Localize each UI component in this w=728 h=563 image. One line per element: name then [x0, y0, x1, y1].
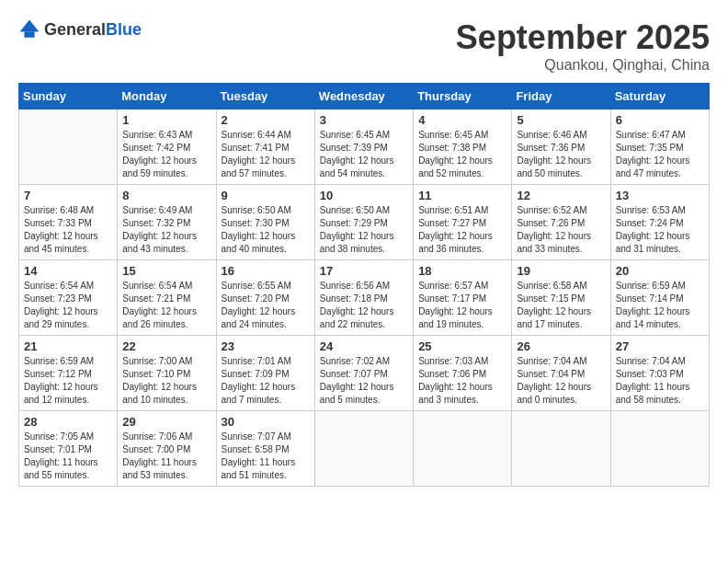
logo: GeneralBlue: [18, 18, 142, 40]
calendar-cell: 6Sunrise: 6:47 AM Sunset: 7:35 PM Daylig…: [610, 109, 709, 185]
day-number: 24: [320, 339, 408, 353]
calendar-cell: [314, 411, 413, 487]
day-number: 9: [222, 189, 310, 202]
calendar-cell: 18Sunrise: 6:57 AM Sunset: 7:17 PM Dayli…: [414, 260, 512, 336]
calendar-cell: 21Sunrise: 6:59 AM Sunset: 7:12 PM Dayli…: [19, 336, 118, 411]
day-number: 21: [24, 339, 112, 353]
day-info: Sunrise: 6:50 AM Sunset: 7:30 PM Dayligh…: [222, 204, 310, 256]
day-number: 12: [517, 189, 605, 202]
weekday-header-row: SundayMondayTuesdayWednesdayThursdayFrid…: [19, 84, 710, 109]
day-info: Sunrise: 7:00 AM Sunset: 7:10 PM Dayligh…: [122, 355, 210, 407]
day-info: Sunrise: 7:04 AM Sunset: 7:03 PM Dayligh…: [616, 355, 704, 407]
weekday-header-thursday: Thursday: [414, 84, 512, 109]
calendar-cell: 2Sunrise: 6:44 AM Sunset: 7:41 PM Daylig…: [216, 109, 314, 185]
day-info: Sunrise: 6:47 AM Sunset: 7:35 PM Dayligh…: [616, 129, 704, 180]
day-number: 3: [320, 113, 408, 127]
calendar-cell: 26Sunrise: 7:04 AM Sunset: 7:04 PM Dayli…: [512, 336, 610, 411]
day-info: Sunrise: 6:58 AM Sunset: 7:15 PM Dayligh…: [517, 280, 605, 331]
calendar-cell: 16Sunrise: 6:55 AM Sunset: 7:20 PM Dayli…: [216, 260, 314, 336]
day-info: Sunrise: 6:57 AM Sunset: 7:17 PM Dayligh…: [418, 280, 506, 331]
day-info: Sunrise: 6:43 AM Sunset: 7:42 PM Dayligh…: [122, 129, 210, 180]
day-number: 5: [517, 113, 605, 127]
svg-marker-0: [20, 20, 40, 32]
week-row-4: 21Sunrise: 6:59 AM Sunset: 7:12 PM Dayli…: [19, 336, 710, 411]
svg-rect-1: [24, 31, 34, 37]
calendar-cell: 24Sunrise: 7:02 AM Sunset: 7:07 PM Dayli…: [314, 336, 413, 411]
day-number: 22: [122, 339, 210, 353]
day-info: Sunrise: 6:59 AM Sunset: 7:14 PM Dayligh…: [616, 280, 704, 331]
day-number: 6: [616, 113, 704, 127]
logo-icon: [18, 18, 40, 40]
day-info: Sunrise: 6:45 AM Sunset: 7:39 PM Dayligh…: [320, 129, 408, 180]
day-number: 4: [418, 113, 506, 127]
day-info: Sunrise: 6:46 AM Sunset: 7:36 PM Dayligh…: [517, 129, 605, 180]
calendar-cell: 1Sunrise: 6:43 AM Sunset: 7:42 PM Daylig…: [118, 109, 216, 185]
day-info: Sunrise: 7:05 AM Sunset: 7:01 PM Dayligh…: [24, 431, 112, 482]
week-row-3: 14Sunrise: 6:54 AM Sunset: 7:23 PM Dayli…: [19, 260, 710, 336]
day-number: 23: [222, 339, 310, 353]
calendar-cell: 11Sunrise: 6:51 AM Sunset: 7:27 PM Dayli…: [414, 185, 512, 260]
calendar-cell: [19, 109, 118, 185]
calendar-cell: [512, 411, 610, 487]
calendar-cell: 4Sunrise: 6:45 AM Sunset: 7:38 PM Daylig…: [414, 109, 512, 185]
calendar-cell: 19Sunrise: 6:58 AM Sunset: 7:15 PM Dayli…: [512, 260, 610, 336]
title-block: September 2025 Quankou, Qinghai, China: [456, 18, 710, 74]
day-number: 1: [122, 113, 210, 127]
calendar-cell: 17Sunrise: 6:56 AM Sunset: 7:18 PM Dayli…: [314, 260, 413, 336]
day-number: 30: [222, 415, 310, 429]
calendar-cell: 25Sunrise: 7:03 AM Sunset: 7:06 PM Dayli…: [414, 336, 512, 411]
day-info: Sunrise: 6:52 AM Sunset: 7:26 PM Dayligh…: [517, 204, 605, 256]
calendar-cell: 29Sunrise: 7:06 AM Sunset: 7:00 PM Dayli…: [118, 411, 216, 487]
day-number: 14: [24, 264, 112, 278]
calendar-cell: 22Sunrise: 7:00 AM Sunset: 7:10 PM Dayli…: [118, 336, 216, 411]
calendar-cell: [610, 411, 709, 487]
day-info: Sunrise: 7:02 AM Sunset: 7:07 PM Dayligh…: [320, 355, 408, 407]
logo-text: GeneralBlue: [44, 20, 142, 40]
day-info: Sunrise: 6:45 AM Sunset: 7:38 PM Dayligh…: [418, 129, 506, 180]
day-info: Sunrise: 6:54 AM Sunset: 7:23 PM Dayligh…: [24, 280, 112, 331]
day-number: 27: [616, 339, 704, 353]
calendar-table: SundayMondayTuesdayWednesdayThursdayFrid…: [18, 83, 710, 487]
month-title: September 2025: [456, 18, 710, 57]
day-number: 2: [222, 113, 310, 127]
day-number: 10: [320, 189, 408, 202]
calendar-cell: 20Sunrise: 6:59 AM Sunset: 7:14 PM Dayli…: [610, 260, 709, 336]
page-header: GeneralBlue September 2025 Quankou, Qing…: [18, 18, 710, 74]
day-info: Sunrise: 7:04 AM Sunset: 7:04 PM Dayligh…: [517, 355, 605, 407]
day-number: 28: [24, 415, 112, 429]
day-info: Sunrise: 6:53 AM Sunset: 7:24 PM Dayligh…: [616, 204, 704, 256]
day-number: 11: [418, 189, 506, 202]
weekday-header-friday: Friday: [512, 84, 610, 109]
day-number: 15: [122, 264, 210, 278]
day-info: Sunrise: 6:44 AM Sunset: 7:41 PM Dayligh…: [222, 129, 310, 180]
calendar-cell: 13Sunrise: 6:53 AM Sunset: 7:24 PM Dayli…: [610, 185, 709, 260]
day-info: Sunrise: 7:06 AM Sunset: 7:00 PM Dayligh…: [122, 431, 210, 482]
day-info: Sunrise: 6:55 AM Sunset: 7:20 PM Dayligh…: [222, 280, 310, 331]
calendar-cell: [414, 411, 512, 487]
calendar-cell: 8Sunrise: 6:49 AM Sunset: 7:32 PM Daylig…: [118, 185, 216, 260]
day-info: Sunrise: 6:56 AM Sunset: 7:18 PM Dayligh…: [320, 280, 408, 331]
day-info: Sunrise: 6:51 AM Sunset: 7:27 PM Dayligh…: [418, 204, 506, 256]
weekday-header-monday: Monday: [118, 84, 216, 109]
calendar-cell: 12Sunrise: 6:52 AM Sunset: 7:26 PM Dayli…: [512, 185, 610, 260]
calendar-cell: 23Sunrise: 7:01 AM Sunset: 7:09 PM Dayli…: [216, 336, 314, 411]
logo-general: General: [44, 20, 106, 39]
calendar-cell: 5Sunrise: 6:46 AM Sunset: 7:36 PM Daylig…: [512, 109, 610, 185]
calendar-cell: 15Sunrise: 6:54 AM Sunset: 7:21 PM Dayli…: [118, 260, 216, 336]
week-row-5: 28Sunrise: 7:05 AM Sunset: 7:01 PM Dayli…: [19, 411, 710, 487]
day-info: Sunrise: 6:48 AM Sunset: 7:33 PM Dayligh…: [24, 204, 112, 256]
weekday-header-sunday: Sunday: [19, 84, 118, 109]
day-number: 26: [517, 339, 605, 353]
day-info: Sunrise: 6:50 AM Sunset: 7:29 PM Dayligh…: [320, 204, 408, 256]
logo-blue: Blue: [106, 20, 142, 39]
day-info: Sunrise: 6:49 AM Sunset: 7:32 PM Dayligh…: [122, 204, 210, 256]
day-number: 25: [418, 339, 506, 353]
calendar-cell: 30Sunrise: 7:07 AM Sunset: 6:58 PM Dayli…: [216, 411, 314, 487]
week-row-1: 1Sunrise: 6:43 AM Sunset: 7:42 PM Daylig…: [19, 109, 710, 185]
day-info: Sunrise: 7:03 AM Sunset: 7:06 PM Dayligh…: [418, 355, 506, 407]
day-number: 29: [122, 415, 210, 429]
calendar-cell: 7Sunrise: 6:48 AM Sunset: 7:33 PM Daylig…: [19, 185, 118, 260]
day-number: 20: [616, 264, 704, 278]
calendar-cell: 27Sunrise: 7:04 AM Sunset: 7:03 PM Dayli…: [610, 336, 709, 411]
day-number: 18: [418, 264, 506, 278]
